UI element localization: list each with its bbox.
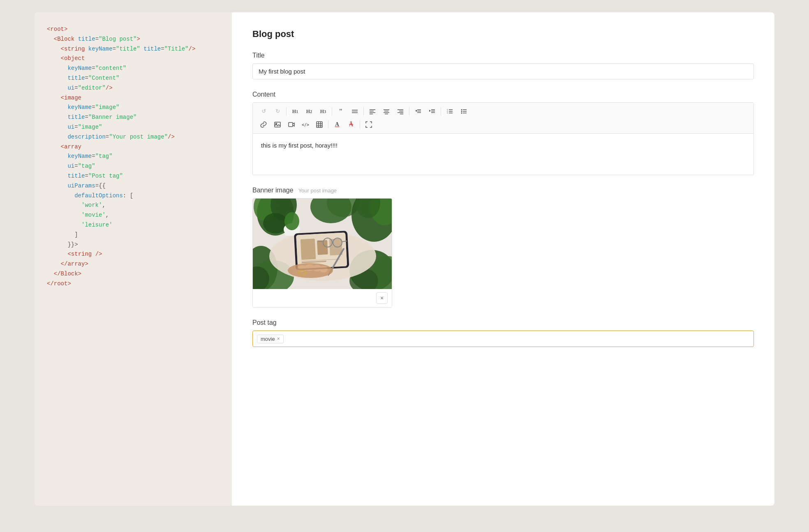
- table-button[interactable]: [313, 118, 326, 131]
- blockquote-button[interactable]: ": [334, 105, 347, 118]
- svg-rect-0: [352, 110, 358, 111]
- svg-point-32: [461, 109, 462, 111]
- banner-image: [253, 199, 392, 289]
- text-color-button[interactable]: A: [331, 118, 344, 131]
- redo-button[interactable]: ↻: [271, 105, 284, 118]
- align-center-button[interactable]: [380, 105, 393, 118]
- code-line: <Block title="Blog post">: [47, 35, 220, 44]
- fullscreen-button[interactable]: [362, 118, 375, 131]
- code-line: keyName="tag": [47, 152, 220, 162]
- editor-toolbar: ↺ ↻ H1 H2 H3 ": [253, 103, 754, 134]
- tag-input-wrapper[interactable]: movie ×: [252, 331, 754, 347]
- align-left-button[interactable]: [366, 105, 379, 118]
- tag-input[interactable]: [287, 335, 749, 342]
- code-line: <array: [47, 142, 220, 152]
- code-line: description="Your post image"/>: [47, 132, 220, 142]
- code-line: title="Post tag": [47, 171, 220, 181]
- svg-marker-18: [415, 110, 417, 112]
- title-input[interactable]: [252, 63, 754, 79]
- image-remove-button[interactable]: ×: [376, 292, 388, 304]
- svg-point-50: [284, 212, 299, 230]
- code-line: </array>: [47, 259, 220, 269]
- code-line: <image: [47, 93, 220, 103]
- title-field-group: Title: [252, 52, 754, 79]
- svg-rect-38: [317, 122, 322, 127]
- code-line: title="Content": [47, 74, 220, 83]
- svg-rect-17: [417, 112, 421, 113]
- svg-rect-12: [399, 111, 403, 112]
- code-line: title="Banner image": [47, 113, 220, 123]
- svg-rect-25: [449, 113, 453, 113]
- svg-rect-10: [385, 114, 388, 115]
- svg-rect-13: [398, 112, 403, 113]
- svg-rect-5: [370, 112, 375, 113]
- image-close-row: ×: [253, 289, 392, 307]
- banner-label-row: Banner image Your post image: [252, 187, 754, 194]
- form-panel: Blog post Title Content ↺ ↻ H1 H2 H3: [232, 12, 774, 506]
- code-line: uiParams={{: [47, 181, 220, 191]
- title-label: Title: [252, 52, 754, 59]
- banner-image-svg: [253, 199, 392, 289]
- svg-rect-20: [431, 111, 435, 112]
- image-button[interactable]: [271, 118, 284, 131]
- outdent-button[interactable]: [411, 105, 425, 118]
- tag-chip-label: movie: [261, 336, 275, 342]
- align-right-button[interactable]: [394, 105, 407, 118]
- svg-rect-19: [431, 109, 435, 110]
- svg-rect-1: [352, 111, 358, 112]
- svg-rect-30: [463, 111, 467, 112]
- code-line: 'movie',: [47, 210, 220, 220]
- toolbar-separator: [363, 107, 364, 116]
- code-line: keyName="image": [47, 103, 220, 113]
- svg-rect-31: [463, 113, 467, 113]
- code-line: ]: [47, 230, 220, 240]
- app-container: <root> <Block title="Blog post"> <string…: [35, 12, 774, 506]
- svg-rect-21: [431, 112, 435, 113]
- content-label: Content: [252, 91, 754, 98]
- code-line: ui="editor"/>: [47, 83, 220, 93]
- banner-image-wrapper: ×: [252, 198, 392, 308]
- h2-button[interactable]: H2: [303, 105, 316, 118]
- svg-rect-2: [352, 113, 358, 113]
- toolbar-separator: [409, 107, 409, 116]
- svg-rect-4: [370, 111, 374, 112]
- link-button[interactable]: [257, 118, 270, 131]
- code-line: </root>: [47, 279, 220, 289]
- tag-chip-remove[interactable]: ×: [277, 336, 280, 342]
- h1-button[interactable]: H1: [289, 105, 302, 118]
- code-line: }}>: [47, 240, 220, 250]
- svg-rect-23: [449, 109, 453, 110]
- text-highlight-button[interactable]: Ā: [344, 118, 358, 131]
- undo-button[interactable]: ↺: [257, 105, 270, 118]
- hr-button[interactable]: [348, 105, 361, 118]
- banner-label: Banner image: [252, 187, 294, 194]
- indent-button[interactable]: [425, 105, 439, 118]
- code-line: 'work',: [47, 201, 220, 210]
- svg-rect-8: [384, 111, 388, 112]
- svg-rect-66: [300, 238, 316, 260]
- code-line: ui="tag": [47, 162, 220, 171]
- code-line: <string keyName="title" title="Title"/>: [47, 44, 220, 54]
- banner-image-field-group: Banner image Your post image: [252, 187, 754, 308]
- editor-content[interactable]: this is my first post, horay!!!!: [253, 134, 754, 175]
- h3-button[interactable]: H3: [317, 105, 330, 118]
- toolbar-separator: [360, 120, 360, 129]
- svg-rect-6: [370, 114, 373, 115]
- rich-text-editor: ↺ ↻ H1 H2 H3 ": [252, 102, 754, 175]
- svg-rect-9: [384, 112, 389, 113]
- toolbar-separator: [286, 107, 287, 116]
- code-line: <root>: [47, 25, 220, 35]
- video-button[interactable]: [285, 118, 298, 131]
- toolbar-separator: [441, 107, 441, 116]
- code-line: ui="image": [47, 123, 220, 132]
- svg-point-34: [461, 113, 462, 114]
- svg-text:3.: 3.: [447, 112, 448, 114]
- code-line: <string />: [47, 250, 220, 259]
- code-button[interactable]: </>: [299, 118, 312, 131]
- svg-point-82: [319, 266, 328, 273]
- toolbar-row-2: </> A Ā: [257, 118, 749, 131]
- unordered-list-button[interactable]: [457, 105, 470, 118]
- svg-rect-37: [289, 123, 293, 127]
- ordered-list-button[interactable]: 1.2.3.: [443, 105, 456, 118]
- toolbar-row-1: ↺ ↻ H1 H2 H3 ": [257, 105, 749, 118]
